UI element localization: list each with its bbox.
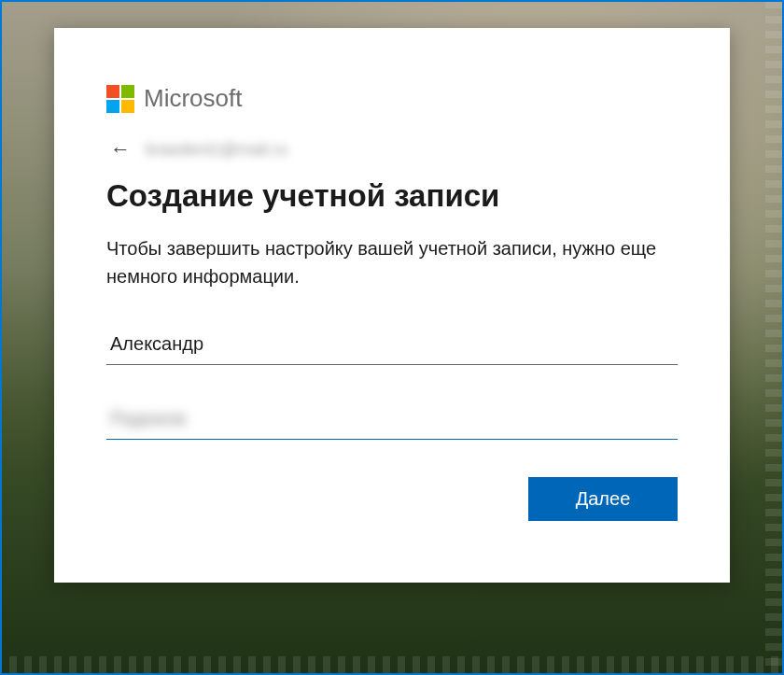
torn-edge-right bbox=[765, 2, 782, 673]
create-account-dialog: Microsoft ← brasdent1@mail.ru Создание у… bbox=[54, 28, 730, 583]
arrow-left-icon: ← bbox=[110, 137, 131, 161]
dialog-heading: Создание учетной записи bbox=[106, 178, 678, 214]
back-button[interactable]: ← bbox=[106, 135, 134, 163]
microsoft-logo-icon bbox=[106, 85, 134, 113]
brand-row: Microsoft bbox=[106, 84, 678, 113]
identity-back-row: ← brasdent1@mail.ru bbox=[106, 135, 678, 163]
dialog-subtext: Чтобы завершить настройку вашей учетной … bbox=[106, 234, 678, 290]
torn-edge-bottom bbox=[2, 656, 782, 673]
account-email-masked: brasdent1@mail.ru bbox=[146, 140, 287, 160]
dialog-actions: Далее bbox=[106, 477, 678, 521]
brand-name: Microsoft bbox=[144, 84, 242, 113]
last-name-input-wrap[interactable]: Радюков bbox=[106, 399, 678, 440]
window-frame: Microsoft ← brasdent1@mail.ru Создание у… bbox=[0, 0, 784, 675]
next-button[interactable]: Далее bbox=[528, 477, 678, 521]
first-name-input[interactable] bbox=[106, 324, 678, 365]
